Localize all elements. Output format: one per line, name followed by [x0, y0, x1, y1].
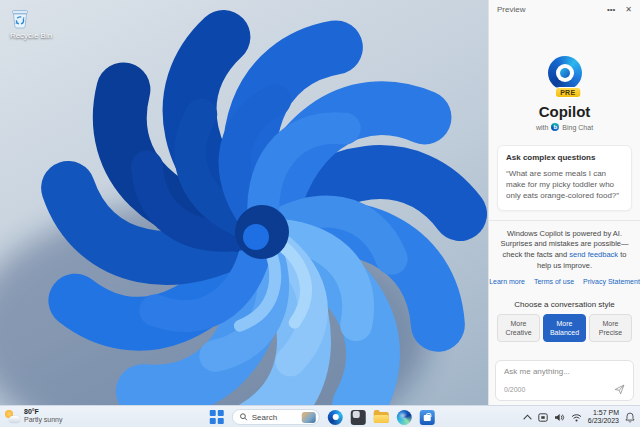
style-option-line: Precise — [590, 328, 631, 337]
subtitle-brand: Bing Chat — [562, 124, 593, 131]
ask-me-anything-input[interactable] — [504, 367, 625, 376]
subtitle-prefix: with — [536, 124, 548, 131]
tray-time: 1:57 PM — [588, 409, 619, 417]
weather-condition: Partly sunny — [24, 416, 63, 424]
recycle-bin-desktop-icon[interactable]: Recycle Bin — [8, 6, 54, 40]
copilot-panel: Preview ••• ✕ PRE Copilot with b Bing Ch… — [488, 0, 640, 405]
copilot-logo-icon — [548, 56, 582, 90]
volume-icon[interactable] — [554, 413, 565, 422]
partly-sunny-icon — [5, 410, 20, 423]
screen: Recycle Bin Preview ••• ✕ PRE Copilot wi… — [0, 0, 640, 427]
microsoft-store-icon[interactable] — [420, 410, 435, 425]
clock[interactable]: 1:57 PM 6/23/2023 — [588, 409, 619, 426]
system-tray: 1:57 PM 6/23/2023 — [523, 406, 635, 427]
send-icon[interactable] — [614, 384, 625, 395]
task-view-icon[interactable] — [351, 410, 366, 425]
search-icon — [240, 413, 248, 421]
style-option-line: More — [590, 319, 631, 328]
recycle-bin-icon — [8, 6, 32, 30]
copilot-taskbar-icon[interactable] — [328, 410, 343, 425]
style-more-balanced-button[interactable]: More Balanced — [543, 314, 586, 342]
search-placeholder: Search — [252, 413, 298, 422]
suggestion-card[interactable]: Ask complex questions “What are some mea… — [497, 145, 632, 211]
send-feedback-link[interactable]: send feedback — [569, 250, 618, 259]
suggestion-body: “What are some meals I can make for my p… — [506, 168, 623, 202]
conversation-style-label: Choose a conversation style — [489, 300, 640, 309]
search-box[interactable]: Search — [232, 409, 320, 425]
tray-date: 6/23/2023 — [588, 417, 619, 425]
conversation-style-options: More Creative More Balanced More Precise — [497, 314, 632, 342]
character-counter: 0/2000 — [504, 386, 525, 393]
style-option-line: Balanced — [544, 328, 585, 337]
style-option-line: Creative — [498, 328, 539, 337]
panel-title: Preview — [497, 5, 525, 14]
tray-chevron-up-icon[interactable] — [523, 414, 532, 420]
style-more-precise-button[interactable]: More Precise — [589, 314, 632, 342]
copilot-brand: PRE Copilot with b Bing Chat — [489, 56, 640, 131]
close-icon[interactable]: ✕ — [625, 6, 632, 14]
style-option-line: More — [544, 319, 585, 328]
terms-of-use-link[interactable]: Terms of use — [534, 278, 574, 285]
footer-links: Learn more Terms of use Privacy Statemen… — [489, 278, 640, 285]
notification-bell-icon[interactable] — [625, 412, 635, 423]
weather-widget[interactable]: 80°F Partly sunny — [5, 408, 63, 424]
panel-header: Preview ••• ✕ — [489, 0, 640, 16]
style-more-creative-button[interactable]: More Creative — [497, 314, 540, 342]
style-option-line: More — [498, 319, 539, 328]
bing-icon: b — [551, 123, 559, 131]
taskbar: 80°F Partly sunny Search — [0, 405, 640, 427]
preview-badge: PRE — [554, 87, 581, 98]
ai-disclaimer: Windows Copilot is powered by AI. Surpri… — [499, 229, 630, 273]
edge-browser-icon[interactable] — [397, 410, 412, 425]
chat-input-box: 0/2000 — [495, 360, 634, 401]
search-highlight-thumbnail — [302, 412, 316, 423]
suggestion-title: Ask complex questions — [506, 153, 623, 162]
privacy-statement-link[interactable]: Privacy Statement — [583, 278, 640, 285]
more-options-icon[interactable]: ••• — [607, 6, 615, 14]
learn-more-link[interactable]: Learn more — [489, 278, 525, 285]
copilot-subtitle: with b Bing Chat — [536, 123, 593, 131]
copilot-title: Copilot — [539, 103, 591, 120]
tray-hidden-app-icon[interactable] — [538, 413, 548, 422]
taskbar-center: Search — [210, 406, 435, 427]
recycle-bin-label: Recycle Bin — [8, 31, 54, 40]
divider — [489, 220, 640, 221]
file-explorer-icon[interactable] — [374, 410, 389, 425]
weather-temp: 80°F — [24, 408, 63, 416]
network-icon[interactable] — [571, 413, 582, 422]
start-button[interactable] — [210, 410, 224, 424]
